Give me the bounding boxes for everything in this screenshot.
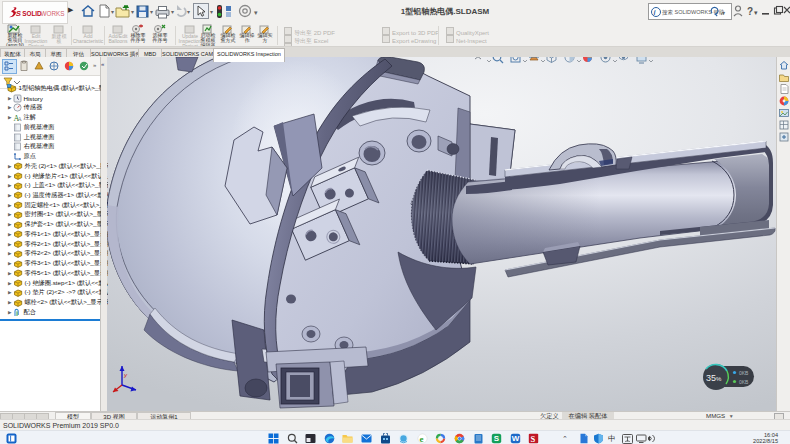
- svg-text:S: S: [494, 434, 500, 443]
- svg-text:?: ?: [747, 6, 753, 17]
- svg-text:SOLID: SOLID: [22, 10, 42, 17]
- svg-text:▾: ▾: [722, 10, 725, 16]
- svg-text:0KB: 0KB: [739, 379, 749, 385]
- svg-text:0KB: 0KB: [739, 370, 749, 376]
- svg-text:S: S: [16, 9, 22, 18]
- svg-text:W: W: [512, 434, 520, 443]
- svg-text:A: A: [18, 116, 23, 122]
- svg-text:▾: ▾: [150, 9, 153, 15]
- svg-text:▾: ▾: [111, 9, 114, 15]
- svg-text:▾: ▾: [171, 9, 174, 15]
- svg-text:e: e: [420, 434, 424, 444]
- svg-text:▾: ▾: [754, 9, 758, 16]
- svg-text:▾: ▾: [254, 9, 258, 16]
- svg-text:搜索 SOLIDWORKS 帮助: 搜索 SOLIDWORKS 帮助: [662, 9, 725, 16]
- svg-text:WORKS: WORKS: [40, 10, 64, 17]
- svg-text:▾: ▾: [187, 9, 190, 15]
- svg-text:▾: ▾: [210, 9, 213, 15]
- svg-text:▾: ▾: [131, 9, 134, 15]
- svg-text:S: S: [530, 434, 535, 444]
- svg-text:i: i: [654, 8, 657, 15]
